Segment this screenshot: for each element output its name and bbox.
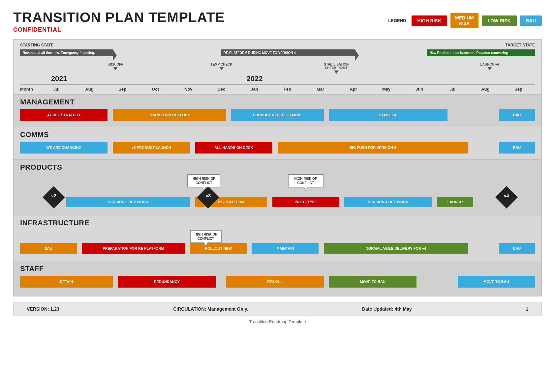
bar-retain: RETAIN xyxy=(20,276,113,288)
checkpoint-kickoff: KICK OFF xyxy=(108,63,123,70)
footer-version: VERSION: 1.23 xyxy=(27,306,59,312)
title-block: TRANSITION PLAN TEMPLATE CONFIDENTIAL xyxy=(13,10,388,33)
page-title: TRANSITION PLAN TEMPLATE xyxy=(13,10,388,25)
banner-3: New Product Lines launched. Revenue reco… xyxy=(427,49,535,56)
bar-move-to-bau-blue: MOVE TO BAU xyxy=(458,276,535,288)
bar-v3-product-launch: v3 PRODUCT LAUNCH xyxy=(113,142,190,154)
legend-bau: BAU xyxy=(520,15,542,26)
legend-high-risk: HIGH RISK xyxy=(412,15,447,26)
month-jun: Jun xyxy=(403,87,436,92)
comms-title: COMMS xyxy=(20,130,535,139)
month-sep2: Sep xyxy=(502,87,535,92)
month-oct: Oct xyxy=(139,87,172,92)
infrastructure-section: INFRASTRUCTURE HIGH RISK OFCONFLICT BAU … xyxy=(14,215,541,261)
bar-prep-replatform: PREPARATION FOR RE PLATFORM xyxy=(82,243,185,254)
callout-infra-conflict: HIGH RISK OFCONFLICT xyxy=(190,230,222,243)
staff-section: STAFF RETAIN REDUNDANCY RESKILL MOVE TO … xyxy=(14,261,541,296)
month-jul1: Jul xyxy=(40,87,73,92)
legend-medium-risk: MEDIUMRISK xyxy=(450,13,478,28)
comms-section: COMMS WE ARE CHANGING v3 PRODUCT LAUNCH … xyxy=(14,127,541,159)
checkpoint-stabilisation: STABILISATIONCHECK POINT xyxy=(324,63,349,74)
legend-label: LEGEND xyxy=(388,18,406,23)
bar-we-are-changing: WE ARE CHANGING xyxy=(20,142,108,154)
month-may: May xyxy=(370,87,403,92)
month-aug2: Aug xyxy=(469,87,502,92)
banner-2: RE-PLATFORM DURING MOVE TO VERSION 4 xyxy=(221,49,355,56)
footer-bar: VERSION: 1.23 CIRCULATION: Management On… xyxy=(13,302,542,316)
legend-block: LEGEND HIGH RISK MEDIUMRISK LOW RISK BAU xyxy=(388,13,542,28)
bar-normal-agile: NORMAL AGILE DELIVERY FOR v4 xyxy=(324,243,468,254)
bar-big-push: BIG PUSH FOR VERSION 4 xyxy=(278,142,468,154)
callout-products-conflict-2: HIGH RISK OFCONFLICT xyxy=(288,174,324,187)
confidential-label: CONFIDENTIAL xyxy=(13,26,388,33)
bar-v3-dev: VERSION 3 DEV WORK xyxy=(66,197,190,207)
checkpoint-launch: LAUNCH v4 xyxy=(480,63,499,70)
bar-move-to-bau-green: MOVE TO BAU xyxy=(329,276,416,288)
page-container: TRANSITION PLAN TEMPLATE CONFIDENTIAL LE… xyxy=(0,0,555,392)
page-footer-label: Transition Roadmap Template xyxy=(249,319,306,324)
bar-redundancy: REDUNDANCY xyxy=(118,276,216,288)
bar-v4-dev: VERSION 4 DEV WORK xyxy=(344,197,432,207)
bar-all-hands: ALL HANDS ON DECK xyxy=(195,142,272,154)
month-mar: Mar xyxy=(304,87,337,92)
diamond-v3-label: v3 xyxy=(200,193,216,199)
diamond-v2-label: v2 xyxy=(46,193,62,199)
month-jul2: Jul xyxy=(436,87,469,92)
bar-reskill: RESKILL xyxy=(226,276,324,288)
products-title: PRODUCTS xyxy=(20,163,535,172)
infrastructure-title: INFRASTRUCTURE xyxy=(20,219,535,227)
footer-circulation: CIRCULATION: Management Only. xyxy=(173,306,248,312)
header-section: TRANSITION PLAN TEMPLATE CONFIDENTIAL LE… xyxy=(13,10,542,33)
bar-product-redeployment: PRODUCT REDEPLOYMENT xyxy=(231,109,324,121)
bar-prototype: PROTOTYPE xyxy=(272,197,339,207)
bar-rollout-new: ROLLOUT NEW xyxy=(190,243,247,254)
banner-1: Revenue at all time low. Emergency finan… xyxy=(20,49,113,56)
callout-products-conflict-1: HIGH RISK OFCONFLICT xyxy=(187,174,220,187)
month-nov: Nov xyxy=(172,87,205,92)
month-aug1: Aug xyxy=(73,87,106,92)
bar-infra-bau-start: BAU xyxy=(20,243,77,254)
footer-page-number: 1 xyxy=(526,306,528,312)
diamond-v4-label: v4 xyxy=(499,193,514,199)
legend-low-risk: LOW RISK xyxy=(482,15,517,26)
management-section: MANAGEMENT AGREE STRATEGY TRANSITION ROL… xyxy=(14,94,541,127)
month-sep1: Sep xyxy=(106,87,139,92)
month-jan: Jan xyxy=(238,87,271,92)
starting-state-label: STARTING STATE xyxy=(20,43,53,47)
bar-management-bau: BAU xyxy=(499,109,535,121)
bar-maintain: MAINTAIN xyxy=(252,243,319,254)
months-row: Month Jul Aug Sep Oct Nov Dec Jan Feb Ma… xyxy=(20,84,535,94)
month-apr: Apr xyxy=(337,87,370,92)
month-dec: Dec xyxy=(205,87,238,92)
year-2021: 2021 xyxy=(51,74,67,83)
footer-date: Date Updated: 4th May xyxy=(362,306,412,312)
page-footer: Transition Roadmap Template xyxy=(13,319,542,325)
month-feb: Feb xyxy=(271,87,304,92)
checkpoint-tempcheck: TEMP CHECK xyxy=(211,63,232,70)
bar-agree-strategy: AGREE STRATEGY xyxy=(20,109,108,121)
timeline-header: STARTING STATE TARGET STATE Revenue at a… xyxy=(14,40,541,94)
bar-infra-bau-end: BAU xyxy=(499,243,535,254)
bar-stabilise: STABILISE xyxy=(329,109,447,121)
products-section: PRODUCTS HIGH RISK OFCONFLICT HIGH RISK … xyxy=(14,159,541,215)
month-label-month: Month xyxy=(20,87,40,92)
target-state-label: TARGET STATE xyxy=(506,43,535,47)
bar-launch: LAUNCH xyxy=(437,197,473,207)
staff-title: STAFF xyxy=(20,265,535,273)
management-title: MANAGEMENT xyxy=(20,98,535,106)
year-2022: 2022 xyxy=(247,74,263,83)
bar-transition-rollout: TRANSITION ROLLOUT xyxy=(113,109,226,121)
bar-comms-bau: BAU xyxy=(499,142,535,154)
